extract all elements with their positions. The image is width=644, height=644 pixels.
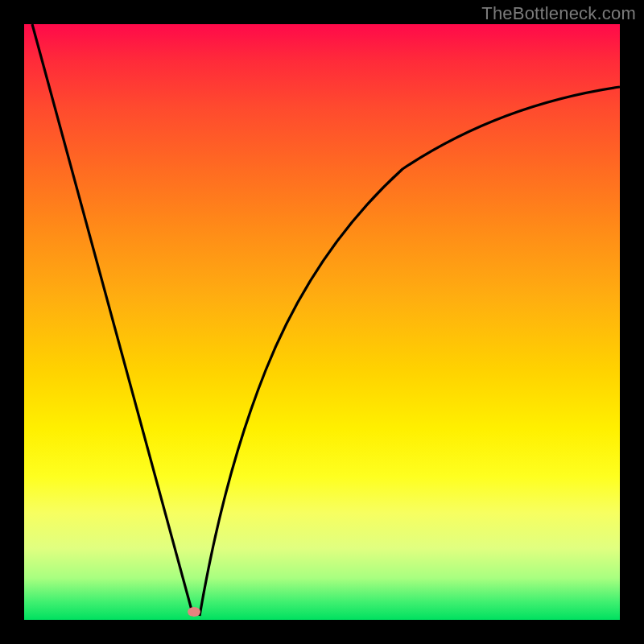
bottleneck-curve (24, 24, 620, 620)
chart-frame: TheBottleneck.com (0, 0, 644, 644)
watermark-text: TheBottleneck.com (481, 3, 636, 24)
curve-left-branch (32, 24, 193, 616)
optimum-marker (188, 607, 200, 617)
curve-right-branch (200, 87, 620, 616)
plot-area (24, 24, 620, 620)
